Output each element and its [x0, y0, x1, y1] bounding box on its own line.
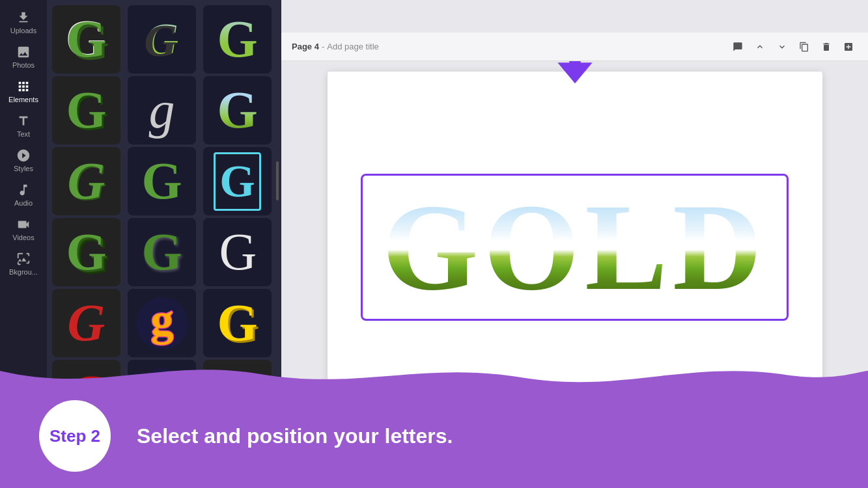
- list-item[interactable]: G: [203, 76, 272, 144]
- styles-icon: [16, 148, 31, 163]
- elements-icon: [16, 79, 31, 94]
- sidebar-item-elements[interactable]: Elements: [0, 74, 47, 109]
- list-item[interactable]: G: [52, 289, 120, 357]
- sidebar-item-audio[interactable]: Audio: [0, 178, 47, 212]
- list-item[interactable]: G: [52, 218, 120, 286]
- toolbar-actions: [729, 38, 858, 56]
- sidebar-item-text[interactable]: Text: [0, 109, 47, 143]
- page-title-input[interactable]: Add page title: [327, 42, 379, 51]
- list-item[interactable]: G: [52, 76, 120, 144]
- move-down-button[interactable]: [773, 38, 791, 56]
- sidebar-item-photos[interactable]: Photos: [0, 40, 47, 74]
- step-description: Select and position your letters.: [137, 424, 453, 448]
- list-item[interactable]: G: [203, 218, 272, 286]
- page-number: Page 4: [292, 42, 319, 51]
- add-page-button[interactable]: [839, 38, 858, 56]
- delete-icon: [821, 42, 832, 52]
- selected-text-element[interactable]: GOLD: [361, 174, 789, 321]
- letter-panel: G G G G g G G G G G G: [47, 0, 281, 403]
- sidebar-item-videos[interactable]: Videos: [0, 212, 47, 247]
- upload-icon: [16, 10, 31, 25]
- svg-marker-6: [557, 62, 592, 83]
- list-item[interactable]: g: [128, 76, 196, 144]
- text-icon: [16, 114, 31, 128]
- chevron-down-icon: [777, 42, 787, 52]
- add-page-icon: [843, 42, 854, 52]
- list-item[interactable]: G: [128, 218, 196, 286]
- list-item[interactable]: G: [128, 5, 196, 74]
- copy-icon: [799, 42, 809, 52]
- list-item[interactable]: G: [203, 147, 272, 215]
- list-item[interactable]: G: [52, 147, 120, 215]
- step-circle: Step 2: [39, 400, 111, 472]
- bottom-section: Step 2 Select and position your letters.: [0, 358, 868, 488]
- list-item[interactable]: g g: [128, 289, 196, 357]
- sidebar-item-styles[interactable]: Styles: [0, 143, 47, 178]
- page-title-area: Page 4 - Add page title: [292, 42, 723, 51]
- photos-icon: [16, 45, 31, 59]
- list-item[interactable]: G: [128, 147, 196, 215]
- chevron-up-icon: [755, 42, 765, 52]
- background-icon: [16, 252, 31, 266]
- notes-button[interactable]: [729, 38, 747, 56]
- list-item[interactable]: G: [52, 5, 120, 74]
- svg-text:g: g: [150, 295, 173, 345]
- notes-icon: [733, 42, 743, 52]
- page-toolbar: Page 4 - Add page title: [281, 33, 868, 61]
- canvas-page: GOLD: [328, 72, 822, 384]
- copy-button[interactable]: [795, 38, 813, 56]
- gold-word: GOLD: [382, 189, 768, 306]
- step-content: Step 2 Select and position your letters.: [0, 384, 868, 488]
- list-item[interactable]: G: [203, 289, 272, 357]
- sidebar-item-uploads[interactable]: Uploads: [0, 5, 47, 40]
- step-label: Step 2: [49, 426, 100, 446]
- arrow-indicator: [555, 61, 595, 85]
- canvas-text: GOLD: [382, 189, 768, 306]
- videos-icon: [16, 217, 31, 232]
- letter-grid: G G G G g G G G G G G: [47, 0, 281, 403]
- audio-icon: [16, 183, 31, 197]
- sidebar-item-background[interactable]: Bkgrou...: [0, 247, 47, 281]
- move-up-button[interactable]: [751, 38, 769, 56]
- list-item[interactable]: G: [203, 5, 272, 74]
- delete-button[interactable]: [817, 38, 835, 56]
- scrollbar-handle[interactable]: [276, 161, 279, 200]
